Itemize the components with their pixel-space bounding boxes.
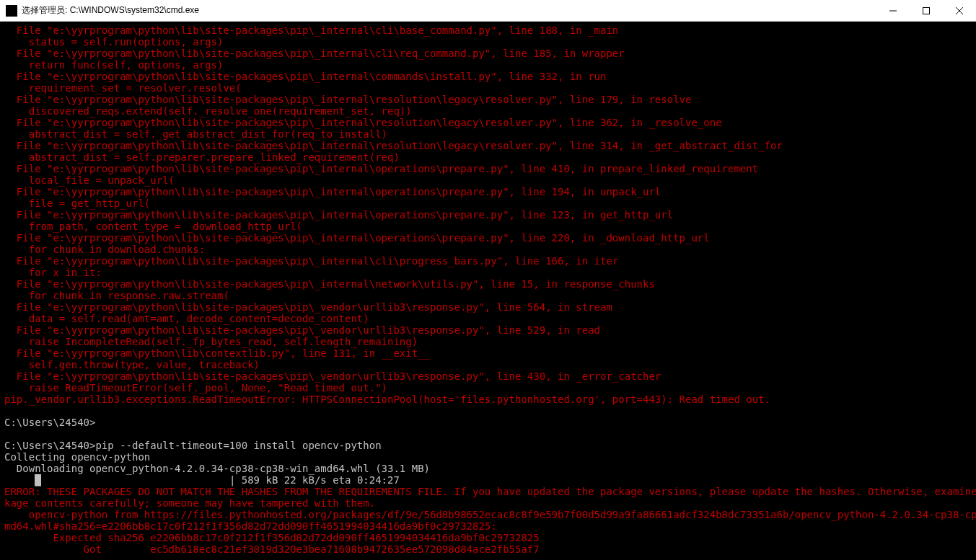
traceback-line: file = get_http_url( [4,197,150,209]
error-line: ERROR: THESE PACKAGES DO NOT MATCH THE H… [4,486,976,497]
progress-prefix [4,474,35,486]
traceback-line: File "e:\yyrprogram\python\lib\site-pack… [4,324,600,336]
traceback-line: File "e:\yyrprogram\python\lib\site-pack… [4,48,625,59]
prompt-line: C:\Users\24540> [4,417,95,428]
traceback-line: pip._vendor.urllib3.exceptions.ReadTimeo… [4,394,770,405]
traceback-line: data = self.read(amt=amt, decode_content… [4,313,369,324]
traceback-line: return func(self, options, args) [4,59,223,71]
command-line: C:\Users\24540>pip --default-timeout=100… [4,440,382,451]
traceback-line: File "e:\yyrprogram\python\lib\site-pack… [4,370,661,382]
window-controls [876,0,976,21]
error-line: md64.whl#sha256=e2206bb8c17c0f212f1f356d… [4,520,497,532]
traceback-line: raise ReadTimeoutError(self._pool, None,… [4,382,387,394]
traceback-line: discovered_reqs.extend(self._resolve_one… [4,105,412,117]
traceback-line: File "e:\yyrprogram\python\lib\site-pack… [4,301,612,313]
svg-rect-1 [923,7,930,14]
traceback-line: self.gen.throw(type, value, traceback) [4,359,260,370]
terminal-output[interactable]: File "e:\yyrprogram\python\lib\site-pack… [0,22,976,560]
traceback-line: File "e:\yyrprogram\python\lib\site-pack… [4,186,661,197]
traceback-line: File "e:\yyrprogram\python\lib\site-pack… [4,94,691,105]
traceback-line: File "e:\yyrprogram\python\lib\site-pack… [4,255,618,267]
error-line: opencv-python from https://files.pythonh… [4,509,976,520]
traceback-line: requirement_set = resolver.resolve( [4,82,242,94]
traceback-line: for x in it: [4,267,102,278]
traceback-line: from_path, content_type = _download_http… [4,221,302,232]
traceback-line: local_file = unpack_url( [4,174,175,186]
window-title: 选择管理员: C:\WINDOWS\system32\cmd.exe [22,4,876,17]
traceback-line: File "e:\yyrprogram\python\lib\contextli… [4,347,430,359]
traceback-line: raise IncompleteRead(self._fp_bytes_read… [4,336,418,347]
traceback-line: File "e:\yyrprogram\python\lib\site-pack… [4,163,758,174]
traceback-line: File "e:\yyrprogram\python\lib\site-pack… [4,278,655,290]
traceback-line: abstract_dist = self._get_abstract_dist_… [4,128,387,140]
traceback-line: File "e:\yyrprogram\python\lib\site-pack… [4,117,722,128]
window-titlebar: 选择管理员: C:\WINDOWS\system32\cmd.exe [0,0,976,22]
collecting-line: Collecting opencv-python [4,451,150,463]
error-line: kage contents carefully; someone may hav… [4,497,375,509]
traceback-line: File "e:\yyrprogram\python\lib\site-pack… [4,209,673,221]
traceback-line: File "e:\yyrprogram\python\lib\site-pack… [4,232,710,244]
maximize-button[interactable] [910,0,943,21]
traceback-line: File "e:\yyrprogram\python\lib\site-pack… [4,71,606,82]
close-button[interactable] [943,0,976,21]
error-line: Got ec5db618ec8c21ef3019d320e3bea71608b9… [4,543,540,555]
downloading-line: Downloading opencv_python-4.2.0.34-cp38-… [4,463,430,474]
traceback-line: status = self.run(options, args) [4,36,223,48]
progress-bar-fill: █ [35,474,40,486]
minimize-button[interactable] [876,0,910,21]
traceback-line: abstract_dist = self.preparer.prepare_li… [4,151,400,163]
traceback-line: File "e:\yyrprogram\python\lib\site-pack… [4,140,783,151]
error-line: Expected sha256 e2206bb8c17c0f212f1f356d… [4,532,540,543]
progress-suffix: | 589 kB 22 kB/s eta 0:24:27 [41,474,400,486]
traceback-line: File "e:\yyrprogram\python\lib\site-pack… [4,25,618,36]
traceback-line: for chunk in response.raw.stream( [4,290,229,301]
cmd-icon [6,5,17,17]
traceback-line: for chunk in download.chunks: [4,244,205,255]
